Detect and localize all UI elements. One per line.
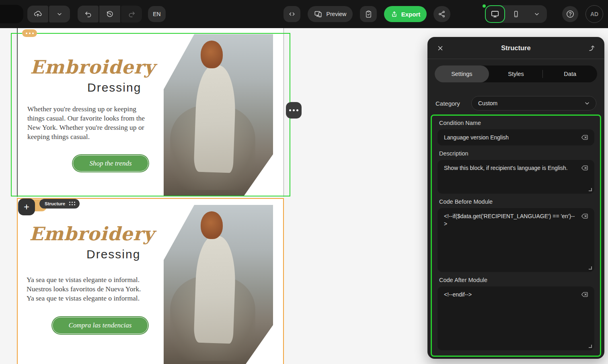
model-photo xyxy=(164,34,273,196)
tab-settings[interactable]: Settings xyxy=(435,65,489,82)
photo-dress-shape xyxy=(193,235,236,344)
device-dropdown-button[interactable] xyxy=(527,5,547,23)
close-panel-button[interactable] xyxy=(435,43,446,54)
desktop-active-dot xyxy=(483,4,486,8)
arrow-up-curve-icon xyxy=(587,44,596,52)
logo-sub-text: Dressing xyxy=(87,81,141,94)
undo-button[interactable] xyxy=(78,6,99,22)
tab-styles[interactable]: Styles xyxy=(489,65,543,82)
code-before-label: Code Before Module xyxy=(439,198,594,205)
structure-tag-label: Structure xyxy=(45,201,65,206)
help-button[interactable] xyxy=(562,6,578,22)
tab-data[interactable]: Data xyxy=(543,65,597,82)
tab-divider xyxy=(542,70,543,78)
undo-icon xyxy=(84,10,92,18)
structure-tag[interactable]: Structure xyxy=(39,199,80,209)
help-icon xyxy=(565,9,575,19)
avatar[interactable]: AD xyxy=(585,5,603,23)
condition-name-input[interactable] xyxy=(438,129,594,145)
code-after-field: <!--endif--> xyxy=(438,286,594,350)
structure-drag-handle[interactable] xyxy=(22,29,37,37)
checklist-button[interactable] xyxy=(360,6,377,22)
clear-icon[interactable] xyxy=(580,164,590,174)
clipboard-check-icon xyxy=(364,10,373,18)
resize-handle[interactable] xyxy=(589,188,592,191)
code-before-textarea[interactable]: <!--if($data.get('RECIPIENT_LANGUAGE') =… xyxy=(438,208,594,272)
logo-script-text: Embroidery xyxy=(29,223,154,245)
description-label: Description xyxy=(439,150,594,157)
export-icon xyxy=(390,10,398,18)
photo-dress-shape xyxy=(193,64,236,173)
resize-handle[interactable] xyxy=(589,266,592,270)
photo-hair-shape xyxy=(201,211,222,239)
resize-handle[interactable] xyxy=(589,345,592,348)
condition-settings-group: Condition Name Description Show this blo… xyxy=(431,115,601,357)
publish-dropdown-button[interactable] xyxy=(49,6,70,22)
cloud-upload-icon xyxy=(33,10,42,18)
go-to-parent-button[interactable] xyxy=(586,43,597,54)
publish-button[interactable] xyxy=(27,6,48,22)
clear-icon[interactable] xyxy=(580,290,590,301)
avatar-initials: AD xyxy=(590,11,598,17)
description-textarea[interactable]: Show this block, if recipient's language… xyxy=(438,160,594,194)
email-body-text: Ya sea que te vistas elegante o informal… xyxy=(27,275,149,303)
email-block-english[interactable]: Embroidery Dressing Whether you're dress… xyxy=(17,28,284,197)
photo-hair-shape xyxy=(201,41,222,68)
clear-icon[interactable] xyxy=(580,133,590,143)
logo-sub-text: Dressing xyxy=(86,247,140,261)
tab-data-label: Data xyxy=(564,71,576,77)
share-nodes-icon xyxy=(438,10,446,18)
redo-button[interactable] xyxy=(121,6,142,22)
export-label: Export xyxy=(401,11,421,18)
category-value: Custom xyxy=(478,100,497,106)
desktop-view-button[interactable] xyxy=(485,5,505,23)
code-before-field: <!--if($data.get('RECIPIENT_LANGUAGE') =… xyxy=(438,208,594,272)
shop-trends-button[interactable]: Shop the trends xyxy=(73,155,148,172)
compra-tendencias-label: Compra las tendencias xyxy=(69,321,132,329)
condition-name-field xyxy=(438,129,594,145)
language-label: EN xyxy=(153,11,160,17)
desktop-icon xyxy=(491,10,499,18)
redo-icon xyxy=(127,10,136,18)
structure-panel: Structure Settings Styles Data Category … xyxy=(427,37,604,359)
language-button[interactable]: EN xyxy=(148,6,166,22)
history-clock-icon xyxy=(105,10,114,18)
compra-tendencias-button[interactable]: Compra las tendencias xyxy=(52,317,148,334)
logo-script-text: Embroidery xyxy=(30,56,155,78)
drag-grid-icon xyxy=(69,202,76,206)
mobile-icon xyxy=(512,10,520,18)
category-row: Category Custom xyxy=(435,96,596,110)
preview-devices-icon xyxy=(314,10,323,18)
export-button[interactable]: Export xyxy=(384,6,427,22)
code-icon xyxy=(288,10,296,18)
category-select[interactable]: Custom xyxy=(471,96,596,110)
project-menu-button[interactable] xyxy=(0,5,23,23)
chevron-down-icon xyxy=(534,11,540,17)
description-field: Show this block, if recipient's language… xyxy=(438,160,594,194)
panel-tabs: Settings Styles Data xyxy=(435,65,597,82)
top-toolbar: EN Preview Export xyxy=(0,0,608,28)
code-after-label: Code After Module xyxy=(439,277,594,283)
email-body-text: Whether you're dressing up or keeping th… xyxy=(27,104,150,141)
mobile-view-button[interactable] xyxy=(506,5,526,23)
clear-icon[interactable] xyxy=(580,212,590,222)
condition-name-label: Condition Name xyxy=(439,120,594,126)
code-after-textarea[interactable]: <!--endif--> xyxy=(438,286,594,350)
history-button[interactable] xyxy=(99,6,120,22)
share-button[interactable] xyxy=(433,6,450,22)
shop-trends-label: Shop the trends xyxy=(89,160,131,168)
preview-button[interactable]: Preview xyxy=(308,6,353,22)
tab-styles-label: Styles xyxy=(508,71,524,77)
structure-options-button[interactable] xyxy=(286,102,302,119)
add-structure-button[interactable]: + xyxy=(18,198,35,215)
device-view-switcher xyxy=(485,5,547,23)
chevron-down-icon xyxy=(584,100,590,106)
model-photo xyxy=(164,205,273,364)
panel-header: Structure xyxy=(427,37,604,59)
category-label: Category xyxy=(435,100,471,107)
code-editor-button[interactable] xyxy=(283,6,300,22)
email-block-spanish[interactable]: Embroidery Dressing Ya sea que te vistas… xyxy=(17,198,284,364)
email-builder-app: Embroidery Dressing Whether you're dress… xyxy=(0,0,608,364)
preview-label: Preview xyxy=(327,11,347,17)
tab-settings-label: Settings xyxy=(451,71,472,77)
